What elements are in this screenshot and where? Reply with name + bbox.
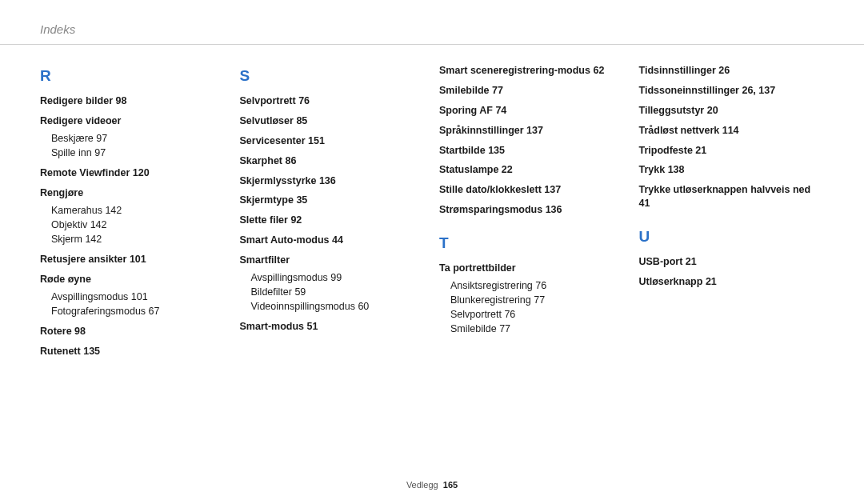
index-entry: Servicesenter 151 [240, 134, 426, 148]
index-entry: Smart sceneregistrering-modus 62 [439, 64, 625, 78]
index-entry-label: Tidssoneinnstillinger [639, 85, 739, 96]
index-entry: Startbilde 135 [439, 144, 625, 158]
index-subentry-label: Selvportrett [450, 309, 502, 320]
index-entry-page: 114 [722, 125, 739, 136]
index-group: SmartfilterAvspillingsmodus 99Bildefilte… [240, 254, 426, 314]
index-subentry: Kamerahus 142 [51, 203, 226, 218]
index-entry: Remote Viewfinder 120 [40, 166, 226, 180]
index-entry-label: Språkinnstillinger [439, 125, 524, 136]
index-entry-label: Slette filer [240, 214, 288, 226]
index-subentry-page: 76 [504, 309, 515, 320]
index-subentry-page: 97 [96, 133, 107, 144]
index-entry-page: 135 [488, 145, 505, 156]
index-subentry: Blunkeregistrering 77 [450, 293, 625, 307]
index-entry: Trykke utløserknappen halvveis ned 41 [639, 183, 825, 210]
index-subentry-page: 101 [131, 291, 148, 302]
index-group: Redigere videoerBeskjære 97Spille inn 97 [40, 114, 226, 160]
index-entry-page: 86 [285, 155, 296, 166]
index-entry-label: Redigere bilder [40, 95, 113, 106]
index-entry-label: Remote Viewfinder [40, 167, 130, 178]
index-entry: Skjermlysstyrke 136 [240, 174, 426, 188]
index-entry-label: Trådløst nettverk [639, 125, 720, 136]
index-entry: Tripodfeste 21 [639, 144, 825, 158]
index-entry-page: 101 [130, 254, 146, 265]
index-entry-page: 77 [492, 85, 503, 96]
index-entry: Røde øyne [40, 273, 226, 286]
index-column: Tidsinnstillinger 26Tidssoneinnstillinge… [639, 64, 825, 365]
index-entry-label: Tilleggsutstyr [639, 105, 705, 116]
index-entry-page: 137 [526, 125, 543, 136]
index-entry-page: 62 [593, 65, 604, 76]
index-letter: T [439, 234, 625, 252]
index-entry-label: Skarphet [240, 155, 283, 166]
index-subentry: Smilebilde 77 [450, 322, 625, 336]
index-column: Smart sceneregistrering-modus 62Smilebil… [439, 64, 625, 365]
index-subentry-label: Videoinnspillingsmodus [251, 301, 355, 312]
index-entry-label: Smilebilde [439, 85, 490, 96]
index-entry: Trykk 138 [639, 163, 825, 177]
index-entry-label: Smart sceneregistrering-modus [439, 65, 590, 76]
index-subentry-label: Blunkeregistrering [450, 294, 531, 306]
index-column: SSelvportrett 76Selvutløser 85Servicesen… [240, 64, 426, 365]
index-entry: Stille dato/klokkeslett 137 [439, 183, 625, 197]
index-subentry: Spille inn 97 [51, 146, 226, 160]
index-entry: Tidssoneinnstillinger 26, 137 [639, 84, 825, 98]
footer-label: Vedlegg [406, 480, 438, 490]
index-subentry-page: 97 [94, 147, 106, 158]
index-entry-page: 136 [319, 175, 336, 186]
index-subentry: Fotograferingsmodus 67 [51, 304, 226, 318]
index-subentry: Ansiktsregistrering 76 [450, 278, 625, 293]
index-entry-page: 120 [133, 167, 150, 178]
index-entry: Språkinnstillinger 137 [439, 124, 625, 138]
index-subentry-page: 142 [85, 234, 102, 245]
index-entry-label: Tripodfeste [639, 145, 693, 156]
header-title: Indeks [40, 22, 75, 36]
index-entry: Sporing AF 74 [439, 104, 625, 118]
index-group: Ta portrettbilderAnsiktsregistrering 76B… [439, 262, 625, 336]
index-subentry: Videoinnspillingsmodus 60 [251, 299, 426, 314]
index-entry-page: 151 [308, 135, 325, 146]
index-subentry-page: 67 [149, 306, 160, 317]
index-entry-page: 21 [695, 145, 706, 156]
index-entry-label: Utløserknapp [639, 276, 703, 287]
index-entry: USB-port 21 [639, 255, 825, 269]
index-entry-label: Rotere [40, 326, 72, 337]
index-subentry: Skjerm 142 [51, 232, 226, 246]
index-entry-page: 98 [74, 326, 86, 337]
index-entry-label: Servicesenter [240, 135, 306, 146]
index-entry-label: Smart-modus [240, 321, 305, 332]
index-entry: Tidsinnstillinger 26 [639, 64, 825, 78]
index-subentry: Selvportrett 76 [450, 307, 625, 322]
index-entry-label: Statuslampe [439, 164, 498, 175]
index-entry: Skjermtype 35 [240, 194, 426, 207]
index-subentry-page: 142 [105, 205, 122, 216]
index-entry-label: Trykke utløserknappen halvveis ned [639, 184, 811, 195]
page-header: Indeks [0, 0, 864, 45]
index-subentry-label: Ansiktsregistrering [450, 280, 533, 291]
index-entry-label: Smart Auto-modus [240, 234, 330, 246]
index-group: RengjøreKamerahus 142Objektiv 142Skjerm … [40, 186, 226, 246]
index-entry: Selvportrett 76 [240, 94, 426, 108]
index-entry-page: 41 [639, 198, 650, 209]
index-entry-page: 135 [83, 346, 100, 357]
index-entry-label: Trykk [639, 164, 666, 175]
index-entry-label: Tidsinnstillinger [639, 65, 716, 76]
index-entry-label: Skjermlysstyrke [240, 175, 317, 186]
index-columns: RRedigere bilder 98Redigere videoerBeskj… [0, 45, 864, 365]
index-entry: Redigere bilder 98 [40, 94, 226, 108]
index-subentry: Bildefilter 59 [251, 285, 426, 299]
index-entry-page: 76 [298, 95, 310, 106]
index-subentry-page: 77 [499, 323, 510, 334]
index-entry-page: 21 [686, 256, 697, 267]
index-subentry-page: 60 [358, 301, 369, 312]
index-subentry-label: Avspillingsmodus [51, 291, 128, 302]
index-entry-label: USB-port [639, 256, 683, 267]
index-entry-page: 44 [332, 234, 343, 246]
index-entry-page: 137 [544, 184, 561, 195]
index-entry-label: Startbilde [439, 145, 486, 156]
index-entry-page: 21 [706, 276, 717, 287]
index-subentry-page: 142 [90, 219, 107, 230]
index-subentry: Objektiv 142 [51, 218, 226, 232]
index-subentry-label: Spille inn [51, 147, 92, 158]
index-subentry: Avspillingsmodus 101 [51, 290, 226, 304]
